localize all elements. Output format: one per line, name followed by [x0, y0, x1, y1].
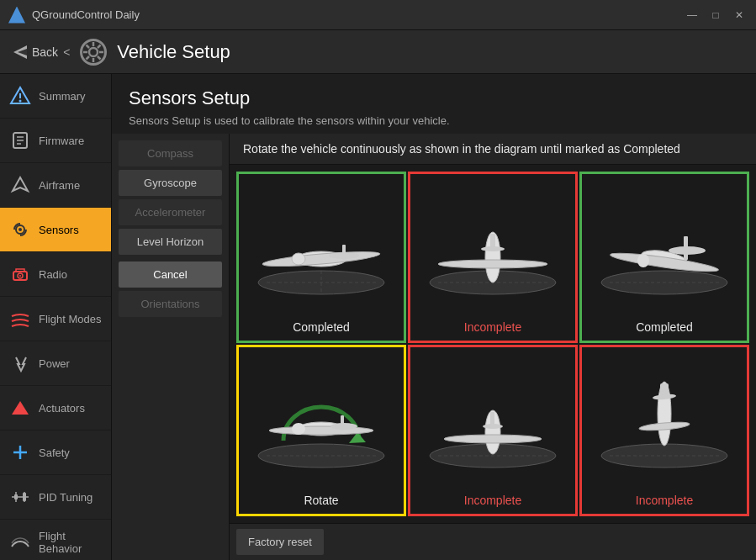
level-horizon-button[interactable]: Level Horizon — [119, 229, 222, 255]
svg-point-20 — [19, 228, 22, 231]
sidebar-item-firmware[interactable]: Firmware — [0, 119, 111, 163]
svg-point-77 — [653, 394, 676, 400]
maximize-button[interactable]: □ — [707, 9, 724, 21]
app-icon — [8, 7, 25, 24]
svg-point-56 — [669, 246, 706, 255]
svg-point-62 — [269, 426, 373, 435]
svg-line-8 — [98, 56, 101, 60]
instruction-bar: Rotate the vehicle continuously as shown… — [230, 134, 756, 165]
sidebar-item-sensors[interactable]: Sensors — [0, 208, 111, 252]
sidebar-label-airframe: Airframe — [39, 179, 80, 192]
compass-button[interactable]: Compass — [119, 140, 222, 166]
sidebar-item-summary[interactable]: Summary — [0, 74, 111, 119]
cell-label-1: Incomplete — [464, 320, 521, 334]
firmware-icon — [8, 129, 32, 152]
sidebar-label-sensors: Sensors — [39, 224, 79, 236]
svg-point-44 — [292, 253, 305, 265]
sidebar-label-flightmodes: Flight Modes — [39, 313, 101, 325]
svg-line-10 — [87, 56, 90, 60]
sidebar: Summary Firmware Airframe — [0, 74, 112, 560]
cell-label-2: Completed — [636, 320, 693, 334]
cell-label-0: Completed — [293, 320, 350, 334]
flightbehavior-icon — [8, 531, 32, 554]
pidtuning-icon — [8, 485, 32, 509]
svg-point-57 — [637, 254, 649, 267]
sidebar-label-radio: Radio — [39, 268, 67, 281]
airframe-icon — [8, 173, 32, 197]
header-title: Vehicle Setup — [117, 41, 230, 63]
sidebar-label-actuators: Actuators — [39, 402, 85, 415]
sidebar-item-radio[interactable]: Radio — [0, 252, 111, 297]
bottom-bar: Factory reset — [230, 523, 756, 560]
aircraft-scene-5 — [589, 354, 740, 490]
content-title: Sensors Setup — [129, 87, 739, 109]
sidebar-label-flightbehavior: Flight Behavior — [39, 530, 103, 555]
summary-icon — [8, 84, 32, 108]
svg-marker-18 — [13, 177, 28, 191]
svg-rect-32 — [23, 493, 26, 501]
radio-icon — [8, 262, 32, 286]
aircraft-scene-1 — [417, 181, 568, 317]
sidebar-item-airframe[interactable]: Airframe — [0, 163, 111, 208]
svg-point-23 — [19, 275, 21, 277]
svg-point-64 — [330, 423, 357, 430]
power-icon — [8, 351, 32, 375]
diagram-cell-bot-right: Incomplete — [579, 345, 749, 516]
aircraft-scene-4 — [417, 354, 568, 490]
flightmodes-icon — [8, 307, 32, 330]
diagram-grid: Completed — [230, 165, 756, 523]
paper-plane-icon — [13, 45, 29, 59]
main-layout: Summary Firmware Airframe — [0, 74, 756, 560]
sensor-buttons-panel: Compass Gyroscope Accelerometer Level Ho… — [112, 134, 230, 560]
svg-point-2 — [89, 48, 98, 56]
safety-icon — [8, 441, 32, 464]
cell-label-4: Incomplete — [464, 494, 521, 507]
header: Back < Vehicle Setup — [0, 30, 756, 74]
diagram-cell-top-left: Completed — [236, 172, 406, 343]
svg-point-50 — [481, 246, 505, 251]
svg-point-43 — [329, 252, 359, 259]
svg-line-9 — [98, 45, 101, 48]
back-button[interactable]: Back < — [13, 45, 70, 59]
cell-label-5: Incomplete — [636, 494, 693, 507]
svg-rect-31 — [14, 494, 18, 499]
diagram-cell-bot-left: Rotate — [236, 345, 406, 516]
sidebar-label-pidtuning: PID Tuning — [39, 491, 93, 504]
sidebar-item-flightbehavior[interactable]: Flight Behavior — [0, 520, 111, 560]
aircraft-scene-2 — [589, 181, 740, 317]
svg-rect-24 — [16, 269, 24, 272]
svg-marker-25 — [12, 401, 29, 415]
content-header: Sensors Setup Sensors Setup is used to c… — [112, 74, 756, 134]
gyroscope-button[interactable]: Gyroscope — [119, 170, 222, 196]
diagram-cell-bot-center: Incomplete — [408, 345, 578, 516]
svg-point-13 — [19, 100, 22, 103]
cancel-button[interactable]: Cancel — [119, 262, 222, 288]
sidebar-label-summary: Summary — [39, 90, 86, 103]
content-subtitle: Sensors Setup is used to calibrate the s… — [129, 114, 739, 127]
aircraft-scene-3 — [246, 354, 397, 490]
cell-label-3: Rotate — [304, 494, 338, 507]
close-button[interactable]: ✕ — [731, 9, 748, 21]
svg-point-71 — [483, 424, 503, 429]
aircraft-scene-0 — [246, 181, 397, 317]
sidebar-item-safety[interactable]: Safety — [0, 431, 111, 475]
accelerometer-button[interactable]: Accelerometer — [119, 199, 222, 225]
minimize-button[interactable]: — — [684, 9, 700, 21]
sidebar-label-safety: Safety — [39, 446, 70, 459]
sidebar-item-actuators[interactable]: Actuators — [0, 386, 111, 431]
sidebar-item-power[interactable]: Power — [0, 341, 111, 386]
diagram-cell-top-center: Incomplete — [408, 172, 578, 343]
sensors-icon — [8, 218, 32, 241]
sidebar-label-firmware: Firmware — [39, 135, 84, 147]
diagram-cell-top-right: Completed — [579, 172, 749, 343]
sidebar-item-flightmodes[interactable]: Flight Modes — [0, 297, 111, 341]
sidebar-item-pidtuning[interactable]: PID Tuning — [0, 475, 111, 520]
svg-point-65 — [292, 423, 305, 435]
svg-point-48 — [438, 260, 547, 268]
sidebar-label-power: Power — [39, 357, 70, 370]
orientations-button[interactable]: Orientations — [119, 291, 222, 317]
titlebar-title: QGroundControl Daily — [32, 8, 684, 21]
factory-reset-button[interactable]: Factory reset — [236, 529, 324, 555]
calibration-content: Rotate the vehicle continuously as shown… — [230, 134, 756, 560]
titlebar: QGroundControl Daily — □ ✕ — [0, 0, 756, 30]
